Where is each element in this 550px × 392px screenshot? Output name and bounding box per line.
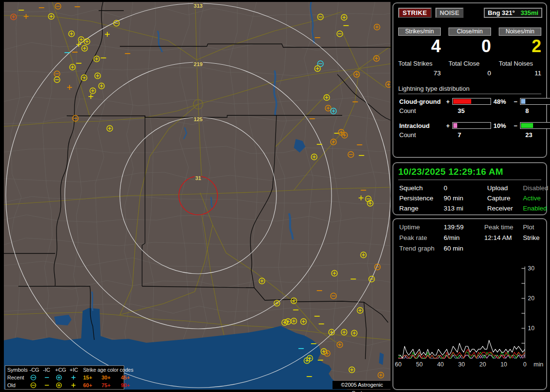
- peak-rate-value: 6/min: [444, 234, 484, 241]
- range-label: Range: [399, 205, 444, 212]
- svg-text:60: 60: [395, 361, 402, 368]
- legend-symbols-header: Symbols: [7, 366, 29, 374]
- plot-value: Strike: [523, 234, 540, 241]
- legend-row-label: Old: [7, 381, 29, 389]
- ic-pos-pct: 10%: [491, 122, 514, 129]
- distribution-table: Cloud-ground + 48% − 11% Count 35 8 Intr…: [399, 98, 542, 139]
- datetime-display: 10/23/2025 12:29:16 AM: [398, 167, 541, 180]
- legend-col-neg-ic: -IC: [43, 366, 55, 374]
- receiver-value: Enabled: [523, 205, 549, 212]
- ring-label-313: 313: [194, 3, 203, 9]
- minus-sign: −: [514, 122, 520, 129]
- squelch-label: Squelch: [399, 184, 444, 192]
- distribution-title: Lightning type distribution: [398, 85, 541, 94]
- ring-label-125: 125: [194, 116, 203, 122]
- total-noises-label: Total Noises: [499, 60, 541, 67]
- svg-text:0: 0: [523, 361, 527, 368]
- strike-mode-button[interactable]: STRIKE: [398, 8, 432, 18]
- noises-per-min-chip: Noises/min: [499, 28, 541, 36]
- cg-neg-bar: [520, 98, 550, 105]
- cg-pos-bar: [452, 98, 491, 105]
- legend-cgp-icon: [55, 374, 70, 381]
- legend-row-label: Recent: [7, 374, 29, 381]
- range-value: 313 mi: [444, 205, 487, 212]
- cg-pos-count: 35: [452, 107, 491, 114]
- legend-col-neg-cg: -CG: [29, 366, 43, 374]
- legend-col-pos-ic: +IC: [70, 366, 83, 374]
- close-per-min-value: 0: [449, 37, 491, 56]
- cg-pos-pct: 48%: [491, 98, 514, 105]
- uptime-value: 139:59: [444, 224, 484, 231]
- ic-neg-count: 23: [520, 131, 550, 139]
- legend-age-value: 60+: [83, 381, 101, 389]
- copyright-label: ©2005 Astrogenic Systems: [333, 381, 391, 389]
- total-close-label: Total Close: [449, 60, 491, 67]
- ring-label-31: 31: [195, 175, 201, 181]
- svg-text:40: 40: [437, 361, 444, 368]
- svg-text:20: 20: [528, 295, 535, 302]
- svg-text:50: 50: [416, 361, 423, 368]
- bearing-readout: Bng 321° 335mi: [484, 8, 542, 18]
- legend-age-title: Strike age color codes: [83, 366, 138, 374]
- noise-mode-button[interactable]: NOISE: [435, 8, 463, 18]
- noises-per-min-value: 2: [499, 37, 541, 56]
- strikes-per-min-value: 4: [398, 37, 441, 56]
- capture-label: Capture: [487, 195, 523, 202]
- svg-text:30: 30: [458, 361, 465, 368]
- strike-stats-panel: STRIKE NOISE Bng 321° 335mi Strikes/min …: [392, 2, 547, 158]
- trend-panel: Uptime 139:59 Peak time Plot Peak rate 6…: [392, 218, 547, 390]
- symbol-legend: Symbols -CG -IC +CG +IC Strike age color…: [5, 365, 124, 390]
- legend-icn-icon: [43, 381, 55, 389]
- close-per-min-chip: Close/min: [449, 28, 491, 36]
- trend-graph-label: Trend graph: [399, 245, 444, 252]
- legend-icp-icon: [70, 374, 83, 381]
- ring-label-219: 219: [194, 61, 203, 67]
- ic-count-label: Count: [399, 131, 446, 139]
- capture-value: Active: [523, 195, 549, 202]
- receiver-label: Receiver: [487, 205, 523, 212]
- total-strikes-label: Total Strikes: [398, 60, 441, 67]
- legend-age-value: 75+: [101, 381, 121, 389]
- receiver-status-panel: 10/23/2025 12:29:16 AM Squelch 0 Upload …: [392, 162, 547, 215]
- legend-age-value: 45+: [121, 374, 138, 381]
- trend-window-value: 60 min: [444, 245, 484, 252]
- peak-rate-label: Peak rate: [399, 234, 444, 241]
- ic-neg-bar: [520, 122, 550, 129]
- bearing-range-value: 335mi: [521, 9, 538, 17]
- persistence-label: Persistence: [399, 195, 444, 202]
- minus-sign: −: [514, 98, 520, 105]
- legend-col-pos-cg: +CG: [55, 366, 70, 374]
- peak-time-label: Peak time: [484, 224, 523, 231]
- ic-pos-bar: [452, 122, 491, 129]
- bearing-value: Bng 321°: [488, 9, 515, 17]
- legend-icp-icon: [70, 381, 83, 389]
- ic-pos-count: 7: [452, 131, 491, 139]
- intracloud-label: Intracloud: [399, 122, 446, 129]
- legend-cgp-icon: [55, 381, 70, 389]
- app-window: 313 219 125 31 Symbols -CG -IC +CG +IC S…: [0, 0, 550, 392]
- svg-text:10: 10: [528, 325, 535, 332]
- upload-value: Disabled: [523, 184, 549, 192]
- legend-age-value: 30+: [101, 374, 121, 381]
- legend-cgn-icon: [29, 374, 43, 381]
- cg-neg-count: 8: [520, 107, 550, 114]
- cg-count-label: Count: [399, 107, 446, 114]
- legend-icn-icon: [43, 374, 55, 381]
- plot-label: Plot: [523, 224, 540, 231]
- svg-text:20: 20: [479, 361, 486, 368]
- svg-text:min: min: [534, 361, 543, 368]
- strikes-per-min-chip: Strikes/min: [398, 28, 441, 36]
- upload-label: Upload: [487, 184, 523, 192]
- plus-sign: +: [446, 98, 452, 105]
- uptime-label: Uptime: [399, 224, 444, 231]
- trend-graph: 1020306050403020100min: [396, 254, 545, 375]
- total-strikes-value: 73: [398, 70, 441, 77]
- squelch-value: 0: [444, 184, 487, 192]
- legend-cgn-icon: [29, 381, 43, 389]
- persistence-value: 90 min: [444, 195, 487, 202]
- svg-text:10: 10: [500, 361, 507, 368]
- legend-age-value: 90+: [121, 381, 138, 389]
- plus-sign: +: [446, 122, 452, 129]
- radar-map[interactable]: 313 219 125 31 Symbols -CG -IC +CG +IC S…: [4, 2, 391, 390]
- svg-text:30: 30: [528, 265, 535, 272]
